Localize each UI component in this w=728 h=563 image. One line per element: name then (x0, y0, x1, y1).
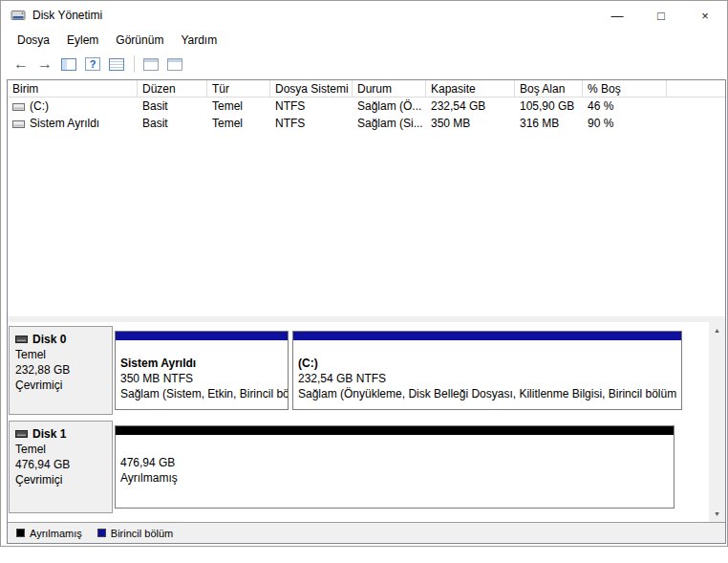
disk1-capacity: 476,94 GB (15, 457, 106, 472)
legend-item-primary-partition: Birincil bölüm (97, 528, 173, 539)
volume-cell: 316 MB (515, 117, 583, 130)
partition-info: (C:) 232,54 GB NTFS Sağlam (Önyükleme, D… (293, 340, 681, 401)
properties-icon[interactable] (105, 53, 128, 76)
partition-info: 476,94 GB Ayrılmamış (116, 435, 674, 486)
disk0-header[interactable]: Disk 0 Temel 232,88 GB Çevrimiçi (9, 326, 113, 415)
disk0-name: Disk 0 (32, 332, 66, 347)
volume-cell: 350 MB (426, 117, 515, 130)
volume-cell: Temel (207, 117, 270, 130)
volume-name: Sistem Ayrıldı (30, 117, 99, 130)
legend-label: Birincil bölüm (111, 528, 173, 539)
scrollbar-down-icon[interactable]: ▼ (709, 506, 725, 522)
menu-yardim[interactable]: Yardım (172, 31, 225, 50)
graphical-pane: Disk 0 Temel 232,88 GB Çevrimiçi Sistem … (8, 322, 725, 522)
disk-icon (15, 429, 28, 439)
partition-state: Sağlam (Önyükleme, Disk Belleği Dosyası,… (298, 386, 676, 401)
help-glyph-box: ? (85, 57, 100, 71)
column-header-bos-alan[interactable]: Boş Alan (515, 80, 583, 97)
graphical-view-glyph (143, 58, 159, 71)
legend-bar: Ayrılmamış Birincil bölüm (8, 522, 725, 543)
graphical-view-icon[interactable] (139, 53, 162, 76)
menu-bar: Dosya Eylem Görünüm Yardım (1, 30, 727, 51)
menu-gorunum[interactable]: Görünüm (107, 31, 172, 50)
primary-partition-band (116, 332, 288, 340)
disk1-header[interactable]: Disk 1 Temel 476,94 GB Çevrimiçi (9, 421, 113, 513)
disk0-capacity: 232,88 GB (15, 362, 106, 378)
disk0-status: Çevrimiçi (15, 378, 106, 393)
column-header-durum[interactable]: Durum (353, 80, 426, 97)
back-arrow-glyph: ← (13, 56, 29, 72)
maximize-button[interactable]: □ (639, 1, 683, 30)
partition-info: Sistem Ayrıldı 350 MB NTFS Sağlam (Siste… (116, 340, 288, 401)
column-header-tur[interactable]: Tür (207, 80, 270, 97)
titlebar: Disk Yönetimi — □ × (1, 1, 727, 30)
column-header-birim[interactable]: Birim (8, 80, 138, 97)
partition-size: 476,94 GB (120, 455, 669, 470)
unallocated-swatch (16, 529, 25, 537)
console-view: Birim Düzen Tür Dosya Sistemi Durum Kapa… (7, 79, 726, 544)
minimize-button[interactable]: — (595, 1, 639, 30)
column-header-duzen[interactable]: Düzen (138, 80, 207, 97)
help-icon[interactable]: ? (81, 53, 104, 76)
close-button[interactable]: × (683, 1, 727, 30)
volume-cell: 90 % (583, 117, 667, 130)
toolbar-separator (134, 55, 135, 73)
properties-glyph (109, 58, 124, 71)
volume-cell: Sistem Ayrıldı (8, 117, 138, 130)
show-console-tree-icon[interactable] (57, 53, 80, 76)
disk1-status: Çevrimiçi (15, 472, 106, 487)
volume-row-c[interactable]: (C:) Basit Temel NTFS Sağlam (Ö... 232,5… (8, 97, 725, 115)
disk0-type: Temel (15, 347, 106, 362)
window-controls: — □ × (595, 1, 727, 30)
partition-title: (C:) (298, 356, 676, 371)
volume-cell: NTFS (270, 99, 353, 113)
volume-list-pane: Birim Düzen Tür Dosya Sistemi Durum Kapa… (8, 80, 725, 316)
menu-dosya[interactable]: Dosya (9, 31, 58, 50)
disk0-name-row: Disk 0 (15, 332, 106, 347)
unallocated-band (116, 426, 674, 435)
partition-size: 232,54 GB NTFS (298, 371, 676, 386)
volume-cell: Basit (138, 117, 207, 130)
menu-eylem[interactable]: Eylem (58, 31, 107, 50)
column-header-dosya-sistemi[interactable]: Dosya Sistemi (270, 80, 353, 97)
column-header-filler (667, 80, 725, 97)
list-view-icon[interactable] (163, 53, 186, 76)
volume-name: (C:) (30, 99, 49, 113)
disk1-name: Disk 1 (32, 426, 66, 442)
console-tree-glyph (61, 58, 76, 71)
forward-icon[interactable]: → (33, 53, 56, 76)
volume-row-sistem-ayrildi[interactable]: Sistem Ayrıldı Basit Temel NTFS Sağlam (… (8, 115, 725, 132)
partition-state: Sağlam (Sistem, Etkin, Birincil bö (120, 386, 283, 401)
list-view-glyph (167, 58, 182, 71)
disk1-type: Temel (15, 442, 106, 457)
disk-management-window: Disk Yönetimi — □ × Dosya Eylem Görünüm … (0, 0, 728, 547)
primary-partition-band (293, 332, 681, 340)
volume-cell: 46 % (583, 99, 667, 113)
disk1-name-row: Disk 1 (15, 426, 106, 442)
disk0-partitions: Sistem Ayrıldı 350 MB NTFS Sağlam (Siste… (113, 326, 682, 415)
primary-partition-swatch (97, 529, 106, 537)
volume-cell: Sağlam (Si... (353, 117, 426, 130)
volume-cell: Basit (138, 99, 207, 113)
volume-icon (12, 119, 25, 129)
partition-c[interactable]: (C:) 232,54 GB NTFS Sağlam (Önyükleme, D… (292, 331, 682, 410)
legend-label: Ayrılmamış (30, 528, 82, 539)
legend-item-unallocated: Ayrılmamış (16, 528, 82, 539)
volume-cell: (C:) (8, 99, 138, 113)
scrollbar-up-icon[interactable]: ▲ (709, 322, 725, 338)
partition-state: Ayrılmamış (120, 470, 669, 486)
column-header-kapasite[interactable]: Kapasite (426, 80, 515, 97)
column-header-yuzde-bos[interactable]: % Boş (583, 80, 667, 97)
partition-sistem-ayrildi[interactable]: Sistem Ayrıldı 350 MB NTFS Sağlam (Siste… (115, 331, 289, 410)
unallocated-region[interactable]: 476,94 GB Ayrılmamış (115, 425, 674, 509)
volume-cell: 105,90 GB (515, 99, 583, 113)
disk1-partitions: 476,94 GB Ayrılmamış (113, 421, 674, 513)
back-icon[interactable]: ← (10, 53, 32, 76)
volume-table-header: Birim Düzen Tür Dosya Sistemi Durum Kapa… (8, 80, 725, 97)
toolbar: ← → ? (1, 51, 727, 77)
disk-management-app-icon (11, 8, 26, 23)
vertical-scrollbar[interactable]: ▲ ▼ (709, 322, 725, 522)
volume-cell: Sağlam (Ö... (353, 99, 426, 113)
volume-icon (12, 101, 25, 112)
volume-cell: NTFS (270, 117, 353, 130)
